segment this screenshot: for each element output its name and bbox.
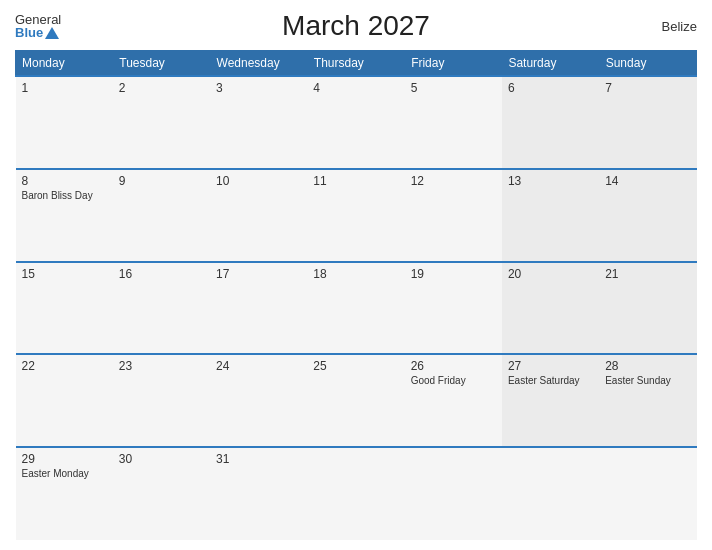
calendar-cell <box>599 447 696 540</box>
calendar-cell: 14 <box>599 169 696 262</box>
weekday-header-row: MondayTuesdayWednesdayThursdayFridaySatu… <box>16 51 697 77</box>
day-number: 20 <box>508 267 593 281</box>
day-number: 9 <box>119 174 204 188</box>
day-number: 28 <box>605 359 690 373</box>
calendar-cell: 25 <box>307 354 404 447</box>
calendar-cell: 15 <box>16 262 113 355</box>
weekday-header-sunday: Sunday <box>599 51 696 77</box>
calendar-cell: 6 <box>502 76 599 169</box>
day-number: 30 <box>119 452 204 466</box>
weekday-header-thursday: Thursday <box>307 51 404 77</box>
day-number: 3 <box>216 81 301 95</box>
calendar-title: March 2027 <box>282 10 430 42</box>
calendar-header: General Blue March 2027 Belize <box>15 10 697 42</box>
day-number: 13 <box>508 174 593 188</box>
day-number: 22 <box>22 359 107 373</box>
calendar-cell: 4 <box>307 76 404 169</box>
calendar-cell: 23 <box>113 354 210 447</box>
day-number: 2 <box>119 81 204 95</box>
calendar-cell: 11 <box>307 169 404 262</box>
calendar-cell: 21 <box>599 262 696 355</box>
week-row-4: 2223242526Good Friday27Easter Saturday28… <box>16 354 697 447</box>
calendar-cell <box>502 447 599 540</box>
calendar-cell: 12 <box>405 169 502 262</box>
calendar-cell <box>405 447 502 540</box>
calendar-cell: 24 <box>210 354 307 447</box>
day-number: 23 <box>119 359 204 373</box>
logo-blue-text: Blue <box>15 26 43 39</box>
day-number: 29 <box>22 452 107 466</box>
day-number: 1 <box>22 81 107 95</box>
calendar-cell: 10 <box>210 169 307 262</box>
calendar-cell: 30 <box>113 447 210 540</box>
week-row-3: 15161718192021 <box>16 262 697 355</box>
day-number: 24 <box>216 359 301 373</box>
calendar-cell: 27Easter Saturday <box>502 354 599 447</box>
day-number: 14 <box>605 174 690 188</box>
day-number: 31 <box>216 452 301 466</box>
calendar-cell: 29Easter Monday <box>16 447 113 540</box>
day-number: 17 <box>216 267 301 281</box>
day-number: 18 <box>313 267 398 281</box>
holiday-label: Baron Bliss Day <box>22 190 107 201</box>
day-number: 16 <box>119 267 204 281</box>
calendar-cell: 22 <box>16 354 113 447</box>
calendar-cell: 31 <box>210 447 307 540</box>
calendar-table: MondayTuesdayWednesdayThursdayFridaySatu… <box>15 50 697 540</box>
holiday-label: Easter Sunday <box>605 375 690 386</box>
day-number: 8 <box>22 174 107 188</box>
calendar-cell: 2 <box>113 76 210 169</box>
calendar-cell: 5 <box>405 76 502 169</box>
calendar-cell: 7 <box>599 76 696 169</box>
calendar-cell: 16 <box>113 262 210 355</box>
week-row-1: 1234567 <box>16 76 697 169</box>
week-row-2: 8Baron Bliss Day91011121314 <box>16 169 697 262</box>
calendar-cell: 13 <box>502 169 599 262</box>
calendar-cell: 18 <box>307 262 404 355</box>
weekday-header-monday: Monday <box>16 51 113 77</box>
calendar-cell: 28Easter Sunday <box>599 354 696 447</box>
calendar-cell: 26Good Friday <box>405 354 502 447</box>
day-number: 12 <box>411 174 496 188</box>
logo: General Blue <box>15 13 61 39</box>
day-number: 19 <box>411 267 496 281</box>
calendar-cell: 20 <box>502 262 599 355</box>
calendar-cell: 8Baron Bliss Day <box>16 169 113 262</box>
calendar-cell <box>307 447 404 540</box>
week-row-5: 29Easter Monday3031 <box>16 447 697 540</box>
weekday-header-friday: Friday <box>405 51 502 77</box>
day-number: 7 <box>605 81 690 95</box>
calendar-cell: 17 <box>210 262 307 355</box>
day-number: 10 <box>216 174 301 188</box>
weekday-header-wednesday: Wednesday <box>210 51 307 77</box>
day-number: 5 <box>411 81 496 95</box>
calendar-cell: 1 <box>16 76 113 169</box>
day-number: 15 <box>22 267 107 281</box>
day-number: 11 <box>313 174 398 188</box>
day-number: 25 <box>313 359 398 373</box>
day-number: 6 <box>508 81 593 95</box>
weekday-header-tuesday: Tuesday <box>113 51 210 77</box>
calendar-cell: 9 <box>113 169 210 262</box>
day-number: 21 <box>605 267 690 281</box>
weekday-header-saturday: Saturday <box>502 51 599 77</box>
holiday-label: Easter Saturday <box>508 375 593 386</box>
day-number: 4 <box>313 81 398 95</box>
country-label: Belize <box>662 19 697 34</box>
holiday-label: Easter Monday <box>22 468 107 479</box>
calendar-cell: 19 <box>405 262 502 355</box>
day-number: 26 <box>411 359 496 373</box>
calendar-cell: 3 <box>210 76 307 169</box>
holiday-label: Good Friday <box>411 375 496 386</box>
day-number: 27 <box>508 359 593 373</box>
logo-triangle-icon <box>45 27 59 39</box>
